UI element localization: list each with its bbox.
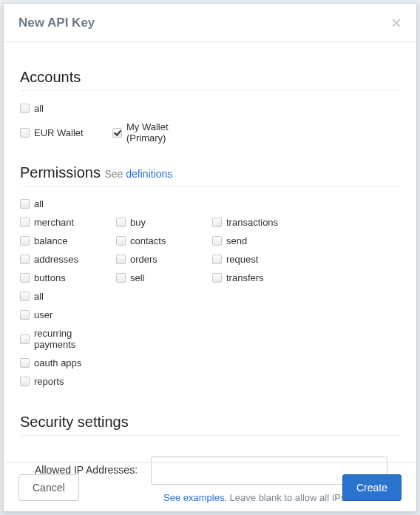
checkbox-icon <box>20 310 30 320</box>
checkbox-label: send <box>226 235 247 246</box>
checkbox-icon <box>20 377 30 386</box>
checkbox-label: recurring payments <box>34 328 116 350</box>
permission-item[interactable]: reports <box>20 376 116 387</box>
checkbox-icon <box>116 255 126 264</box>
checkbox-icon <box>20 255 30 264</box>
permission-item[interactable]: transfers <box>212 272 308 283</box>
divider <box>20 435 400 436</box>
checkbox-label: transactions <box>226 217 278 228</box>
checkbox-icon <box>20 199 30 209</box>
permission-item[interactable]: buttons <box>20 272 116 283</box>
definitions-link[interactable]: definitions <box>126 168 172 180</box>
checkbox-label: buy <box>130 217 146 228</box>
divider <box>20 186 400 186</box>
checkbox-label: EUR Wallet <box>34 127 84 138</box>
checkbox-label: reports <box>34 376 64 387</box>
permission-item[interactable]: buy <box>116 217 212 228</box>
checkbox-icon <box>116 218 126 227</box>
permission-item[interactable]: sell <box>116 272 212 283</box>
accounts-all-row[interactable]: all <box>20 103 400 114</box>
permissions-all-row[interactable]: all <box>20 198 400 209</box>
close-button[interactable]: × <box>391 14 402 32</box>
modal-title: New API Key <box>18 16 95 30</box>
checkbox-label: user <box>34 309 52 320</box>
permission-item[interactable]: send <box>212 235 308 246</box>
permissions-column: buycontactsorderssell <box>116 217 212 309</box>
checkbox-label: balance <box>34 235 68 246</box>
checkbox-icon <box>212 255 222 264</box>
permissions-title-text: Permissions <box>20 164 101 181</box>
divider <box>20 90 400 91</box>
permission-item[interactable]: oauth apps <box>20 357 116 368</box>
permission-item[interactable]: user <box>20 309 116 320</box>
checkbox-icon <box>20 292 30 301</box>
checkbox-icon <box>20 218 30 227</box>
accounts-section-title: Accounts <box>20 69 400 86</box>
checkbox-icon <box>20 236 30 246</box>
checkbox-label: orders <box>130 254 158 265</box>
permissions-column: merchantbalanceaddressesbuttonsall <box>20 217 116 309</box>
permissions-grid: merchantbalanceaddressesbuttonsallbuycon… <box>20 217 400 394</box>
permission-item[interactable]: contacts <box>116 235 212 246</box>
checkbox-label: addresses <box>34 254 78 265</box>
checkbox-label: contacts <box>130 235 166 246</box>
permission-item[interactable]: transactions <box>212 217 308 228</box>
checkbox-icon <box>116 273 126 283</box>
modal-footer: Cancel Create <box>4 462 416 511</box>
checkbox-icon <box>20 334 30 344</box>
checkbox-icon <box>20 358 30 368</box>
checkbox-icon <box>212 273 222 283</box>
create-button[interactable]: Create <box>342 474 402 501</box>
checkbox-label: oauth apps <box>34 357 81 368</box>
checkbox-label: all <box>34 291 44 302</box>
permissions-subtitle: See definitions <box>104 168 172 180</box>
new-api-key-modal: New API Key × Accounts all EUR WalletMy … <box>3 3 417 512</box>
checkbox-label: all <box>34 198 44 209</box>
checkbox-icon <box>112 128 122 138</box>
permission-item[interactable]: all <box>20 291 116 302</box>
checkbox-icon <box>20 128 30 138</box>
checkbox-label: transfers <box>226 272 264 283</box>
permissions-column: userrecurring paymentsoauth appsreports <box>20 309 116 394</box>
checkbox-label: all <box>34 103 44 114</box>
checkbox-icon <box>20 104 30 113</box>
cancel-button[interactable]: Cancel <box>18 474 79 501</box>
permission-item[interactable]: recurring payments <box>20 328 116 350</box>
account-item[interactable]: EUR Wallet <box>20 121 112 144</box>
permission-item[interactable]: orders <box>116 254 212 265</box>
close-icon: × <box>391 13 402 33</box>
checkbox-icon <box>116 236 126 246</box>
accounts-grid: EUR WalletMy Wallet (Primary) <box>20 121 400 151</box>
permission-item[interactable]: merchant <box>20 217 116 228</box>
modal-body: Accounts all EUR WalletMy Wallet (Primar… <box>4 42 416 503</box>
checkbox-label: sell <box>130 272 145 283</box>
permission-item[interactable]: addresses <box>20 254 116 265</box>
checkbox-label: buttons <box>34 272 66 283</box>
security-section-title: Security settings <box>20 414 400 431</box>
permissions-column: transactionssendrequesttransfers <box>212 217 308 309</box>
permission-item[interactable]: request <box>212 254 308 265</box>
permission-item[interactable]: balance <box>20 235 116 246</box>
checkbox-label: My Wallet (Primary) <box>126 121 205 144</box>
checkbox-icon <box>20 273 30 283</box>
permissions-section-title: Permissions See definitions <box>20 164 400 181</box>
checkbox-icon <box>212 218 222 227</box>
checkbox-icon <box>212 236 222 246</box>
account-item[interactable]: My Wallet (Primary) <box>112 121 205 144</box>
checkbox-label: request <box>226 254 258 265</box>
checkbox-label: merchant <box>34 217 74 228</box>
modal-header: New API Key × <box>4 4 416 42</box>
